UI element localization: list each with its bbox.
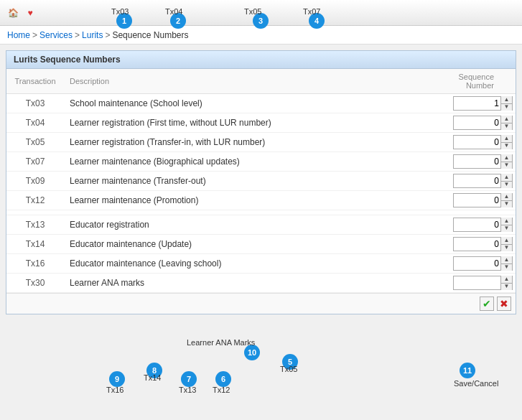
table-row: Tx04Learner registration (First time, wi… [6, 113, 516, 133]
table-row: Tx12Learner maintenance (Promotion)▲▼ [6, 191, 516, 210]
tx-description: Educator maintenance (Leaving school) [64, 254, 429, 274]
tx-description: Educator maintenance (Update) [64, 235, 429, 254]
tx-description: Learner registration (Transfer-in, with … [64, 133, 429, 152]
tx-description: School maintenance (School level) [64, 94, 429, 113]
spinbox-input-tx13[interactable] [454, 218, 500, 231]
spinbox-down-tx03[interactable]: ▼ [501, 104, 512, 111]
main-content: Lurits Sequence Numbers Transaction Desc… [0, 45, 522, 320]
spinbox-input-tx16[interactable] [454, 257, 500, 270]
table-row: Tx03School maintenance (School level)▲▼ [6, 94, 516, 113]
annotation-bubble-11: 11 [460, 363, 475, 378]
spinbox-down-tx04[interactable]: ▼ [501, 123, 512, 131]
spinbox-input-tx04[interactable] [454, 116, 500, 129]
annotation-label-6: Tx12 [213, 386, 230, 394]
col-sequence-number: Sequence Number [429, 69, 516, 94]
table-row: Tx14Educator maintenance (Update)▲▼ [6, 235, 516, 254]
spinbox-tx13[interactable]: ▲▼ [453, 218, 513, 232]
action-row: ✔ ✖ [6, 293, 516, 314]
breadcrumb: Home > Services > Lurits > Sequence Numb… [0, 26, 522, 45]
spinbox-down-tx13[interactable]: ▼ [501, 225, 512, 233]
spinbox-input-tx05[interactable] [454, 136, 500, 149]
breadcrumb-lurits[interactable]: Lurits [82, 30, 103, 40]
cancel-button[interactable]: ✖ [497, 297, 511, 311]
breadcrumb-sep2: > [75, 30, 80, 40]
tx-code: Tx13 [6, 215, 64, 235]
tx-code: Tx12 [6, 191, 64, 210]
tx-code: Tx03 [6, 94, 64, 113]
annotation-label-9: Tx16 [106, 386, 123, 394]
tx-code: Tx05 [6, 133, 64, 152]
col-description: Description [64, 69, 429, 94]
tx-code: Tx07 [6, 152, 64, 172]
spinbox-down-tx09[interactable]: ▼ [501, 182, 512, 189]
annotation-label-8: Tx14 [144, 373, 161, 382]
breadcrumb-sep3: > [105, 30, 110, 40]
spinbox-up-tx12[interactable]: ▲ [501, 193, 512, 201]
table-row: Tx09Learner maintenance (Transfer-out)▲▼ [6, 172, 516, 191]
spinbox-tx03[interactable]: ▲▼ [453, 96, 513, 111]
table-row: Tx30Learner ANA marks▲▼ [6, 274, 516, 293]
spinbox-input-tx14[interactable] [454, 238, 500, 251]
toolbar: 🏠 ♥ [0, 0, 522, 26]
annotation-bubble-7: 7 [181, 371, 197, 387]
tx-description: Learner maintenance (Biographical update… [64, 152, 429, 172]
spinbox-input-tx30[interactable] [454, 276, 500, 289]
annotation-bubble-5: 5 [282, 354, 298, 370]
favorite-icon[interactable]: ♥ [23, 6, 37, 20]
spinbox-tx04[interactable]: ▲▼ [453, 116, 513, 130]
breadcrumb-sep1: > [32, 30, 37, 40]
spinbox-tx09[interactable]: ▲▼ [453, 174, 513, 188]
breadcrumb-services[interactable]: Services [39, 30, 73, 40]
spinbox-up-tx30[interactable]: ▲ [501, 276, 512, 284]
breadcrumb-home[interactable]: Home [7, 30, 30, 40]
annotation-label-7: Tx13 [179, 386, 196, 394]
breadcrumb-current: Sequence Numbers [112, 30, 188, 40]
tx-code: Tx09 [6, 172, 64, 191]
spinbox-down-tx05[interactable]: ▼ [501, 143, 512, 150]
annotation-bubble-9: 9 [109, 371, 125, 387]
tx-description: Learner ANA marks [64, 274, 429, 293]
tx-description: Learner registration (First time, withou… [64, 113, 429, 133]
home-icon[interactable]: 🏠 [6, 6, 20, 20]
spinbox-tx12[interactable]: ▲▼ [453, 193, 513, 207]
panel-header: Lurits Sequence Numbers [6, 51, 516, 69]
annotation-bubble-10: 10 [244, 345, 260, 360]
annotation-label-5: Tx05 [280, 365, 297, 373]
annotation-bubble-6: 6 [215, 371, 231, 387]
spinbox-down-tx14[interactable]: ▼ [501, 245, 512, 252]
annotation-label-11: Save/Cancel [454, 379, 498, 388]
spinbox-down-tx12[interactable]: ▼ [501, 201, 512, 208]
spinbox-input-tx12[interactable] [454, 194, 500, 207]
spinbox-up-tx05[interactable]: ▲ [501, 135, 512, 143]
spinbox-tx07[interactable]: ▲▼ [453, 154, 513, 169]
tx-code: Tx04 [6, 113, 64, 133]
tx-description: Learner maintenance (Promotion) [64, 191, 429, 210]
spinbox-up-tx16[interactable]: ▲ [501, 256, 512, 264]
spinbox-down-tx07[interactable]: ▼ [501, 162, 512, 169]
spinbox-tx05[interactable]: ▲▼ [453, 135, 513, 149]
spinbox-tx30[interactable]: ▲▼ [453, 276, 513, 290]
col-transaction: Transaction [6, 69, 64, 94]
spinbox-up-tx13[interactable]: ▲ [501, 218, 512, 225]
table-row: Tx16Educator maintenance (Leaving school… [6, 254, 516, 274]
spinbox-input-tx09[interactable] [454, 174, 500, 187]
spinbox-down-tx16[interactable]: ▼ [501, 264, 512, 271]
save-button[interactable]: ✔ [480, 297, 494, 311]
spinbox-tx14[interactable]: ▲▼ [453, 237, 513, 251]
spinbox-down-tx30[interactable]: ▼ [501, 284, 512, 291]
table-row: Tx05Learner registration (Transfer-in, w… [6, 133, 516, 152]
spinbox-up-tx09[interactable]: ▲ [501, 174, 512, 182]
spinbox-up-tx14[interactable]: ▲ [501, 237, 512, 245]
spinbox-input-tx07[interactable] [454, 155, 500, 168]
tx-code: Tx30 [6, 274, 64, 293]
tx-code: Tx16 [6, 254, 64, 274]
annotation-bubble-8: 8 [146, 363, 162, 378]
spinbox-up-tx07[interactable]: ▲ [501, 154, 512, 162]
table-row: Tx07Learner maintenance (Biographical up… [6, 152, 516, 172]
spinbox-up-tx03[interactable]: ▲ [501, 96, 512, 104]
tx-description: Educator registration [64, 215, 429, 235]
tx-description: Learner maintenance (Transfer-out) [64, 172, 429, 191]
spinbox-input-tx03[interactable] [454, 97, 500, 110]
spinbox-tx16[interactable]: ▲▼ [453, 256, 513, 271]
spinbox-up-tx04[interactable]: ▲ [501, 116, 512, 123]
